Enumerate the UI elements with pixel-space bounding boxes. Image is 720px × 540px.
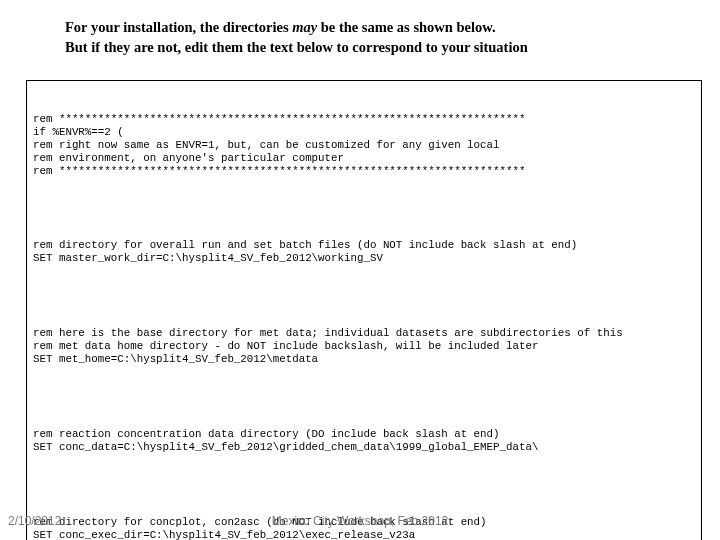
code-block-1: rem ************************************… [33,113,695,178]
heading-line1-after: be the same as shown below. [317,19,495,35]
code-box: rem ************************************… [26,80,702,540]
heading-line2: But if they are not, edit them the text … [65,39,528,55]
heading-may: may [292,19,317,35]
code-gap [33,480,695,490]
code-block-2: rem directory for overall run and set ba… [33,239,695,265]
code-gap [33,392,695,402]
heading-line1-before: For your installation, the directories [65,19,292,35]
code-gap [33,204,695,214]
code-block-3: rem here is the base directory for met d… [33,327,695,366]
slide: For your installation, the directories m… [0,0,720,540]
footer-center: Mexico City Workshop, Feb 2012 [0,514,720,528]
code-gap [33,291,695,301]
code-block-4: rem reaction concentration data director… [33,428,695,454]
slide-heading: For your installation, the directories m… [65,18,685,57]
